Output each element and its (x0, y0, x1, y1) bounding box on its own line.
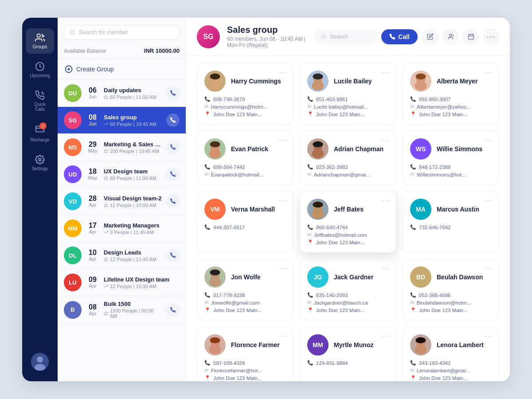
svg-point-11 (70, 30, 74, 34)
card-menu-jon[interactable]: ··· (279, 265, 288, 273)
group-call-btn-ms[interactable] (166, 141, 180, 154)
card-menu-marcus[interactable]: ··· (485, 197, 493, 205)
contacts-grid: ··· Harry Cummings 📞608-748-3679✉Harrycu… (186, 56, 510, 381)
contact-name-lenora: Lenora Lambert (437, 341, 484, 348)
contact-avatar-jack: JG (307, 266, 329, 288)
svg-point-7 (39, 158, 41, 161)
sidebar-item-groups[interactable]: Groups (26, 28, 54, 54)
svg-point-60 (415, 337, 426, 343)
add-member-button[interactable] (442, 29, 458, 45)
card-menu-lucile[interactable]: ··· (382, 69, 391, 77)
contact-details-willie: 📞848-172-2388✉Williesimmons@hot... (410, 164, 492, 177)
calendar-button[interactable] (463, 29, 479, 45)
card-menu-beulah[interactable]: ··· (485, 265, 493, 273)
card-menu-harry[interactable]: ··· (279, 69, 288, 77)
card-menu-adrian[interactable]: ··· (382, 137, 391, 145)
group-item-du[interactable]: DU 06 Jun Daily updates 60 People | 11:0… (58, 80, 186, 107)
group-call-btn-sg[interactable] (166, 113, 180, 127)
group-item-ud[interactable]: UD 18 May UX Design team 60 People | 11:… (58, 161, 186, 188)
contact-card-adrian: ··· Adrian Chapman 📞023-362-3983✉Adrianc… (300, 131, 396, 185)
card-menu-florence[interactable]: ··· (279, 332, 288, 340)
more-options-button[interactable]: ··· (483, 29, 499, 45)
contact-details-harry: 📞608-748-3679✉Harrycummings@hotm...📍John… (204, 96, 286, 117)
group-info-dl: Design Leads 12 People | 11:45 AM (104, 249, 162, 262)
contact-details-lucile: 📞851-463-9861✉Lucile bailey@hotmail...📍J… (307, 96, 389, 117)
contact-avatar-verna: VM (204, 199, 226, 220)
sidebar-item-recharge[interactable]: 2 Recharge (26, 120, 54, 147)
svg-point-51 (209, 277, 221, 286)
group-info-ud: UX Design team 60 People | 11:00 AM (104, 168, 162, 181)
group-item-lu[interactable]: LU 09 Apr Lifeline UX Design team 12 Peo… (58, 269, 186, 296)
card-menu-alberta[interactable]: ··· (485, 69, 493, 77)
sidebar-item-quick-calls[interactable]: Quick Calls (26, 86, 54, 116)
groups-search-area (58, 18, 186, 43)
svg-point-47 (312, 209, 324, 219)
svg-point-32 (313, 74, 323, 79)
card-menu-jeff[interactable]: ··· (382, 197, 391, 205)
card-menu-willie[interactable]: ··· (485, 137, 493, 145)
svg-point-59 (415, 345, 427, 354)
member-search-input[interactable] (79, 29, 174, 35)
group-call-btn-b[interactable] (166, 303, 180, 317)
contact-details-verna: 📞444-307-6517 (204, 224, 286, 230)
group-date-sg: 08 Jun (86, 114, 99, 126)
card-menu-verna[interactable]: ··· (279, 197, 288, 205)
contact-details-myrtle: 📞129-831-9884 (307, 360, 389, 366)
svg-point-35 (415, 81, 427, 90)
sidebar-item-upcoming[interactable]: Upcoming (26, 57, 54, 82)
header-group-avatar: SG (197, 25, 220, 48)
card-menu-myrtle[interactable]: ··· (382, 332, 391, 340)
group-item-sg[interactable]: SG 08 Jun Sales group 60 People | 10:45 … (58, 107, 186, 134)
recharge-badge: 2 (39, 122, 47, 129)
create-group-button[interactable]: Create Group (58, 59, 186, 80)
header-search-input[interactable] (330, 33, 370, 40)
edit-icon (427, 33, 434, 40)
svg-point-16 (322, 35, 325, 38)
contact-details-evan: 📞699-564-7442✉Evanpatrick@hotmail... (204, 164, 286, 177)
contact-avatar-evan (204, 138, 226, 160)
recharge-badge-wrap: 2 (35, 124, 45, 136)
contact-details-florence: 📞587-109-4328✉Florencefarmer@hot...📍John… (204, 360, 286, 381)
balance-row: Available Balance INR 10000.00 (58, 43, 186, 59)
svg-point-39 (209, 149, 221, 158)
group-avatar-b: B (64, 301, 82, 319)
svg-point-43 (312, 149, 324, 158)
header-title: Sales group (227, 25, 308, 35)
group-call-btn-ud[interactable] (166, 168, 180, 181)
group-item-ms[interactable]: MS 29 May Marketing & Sales group 200 Pe… (58, 134, 186, 161)
card-menu-lenora[interactable]: ··· (485, 332, 493, 340)
edit-button[interactable] (422, 29, 438, 45)
sidebar-item-recharge-label: Recharge (30, 137, 49, 142)
user-avatar[interactable] (31, 353, 49, 371)
header-search-field[interactable] (315, 30, 377, 43)
group-info-ms: Marketing & Sales group 200 People | 10:… (104, 141, 162, 154)
svg-point-55 (209, 345, 221, 354)
contact-name-lucile: Lucile Bailey (334, 78, 372, 85)
group-call-btn-vd[interactable] (166, 195, 180, 208)
call-button[interactable]: Call (381, 29, 418, 44)
contact-card-alberta: ··· Alberta Meyer 📞992-860-3007✉Albertam… (403, 63, 499, 125)
group-call-btn-dl[interactable] (166, 249, 180, 262)
group-item-mm[interactable]: MM 17 Apr Marketing Managers 3 People | … (58, 215, 186, 242)
main-header: SG Sales group 60 members, Jun 08 - 10:4… (186, 18, 510, 56)
group-date-lu: 09 Apr (86, 276, 99, 289)
contact-card-myrtle: ··· MM Myrtle Munoz 📞129-831-9884 (300, 327, 396, 381)
group-item-dl[interactable]: DL 10 Apr Design Leads 12 People | 11:45… (58, 242, 186, 269)
contact-name-jeff: Jeff Bates (334, 206, 364, 213)
group-item-b[interactable]: B 08 Apr Bulk 1500 1500 People | 09:00 A… (58, 296, 186, 324)
group-avatar-lu: LU (64, 274, 82, 291)
group-call-btn-du[interactable] (166, 86, 180, 100)
sidebar-item-settings[interactable]: Settings (26, 150, 54, 176)
sidebar-item-settings-label: Settings (32, 166, 48, 171)
sidebar-item-upcoming-label: Upcoming (30, 73, 50, 78)
card-menu-evan[interactable]: ··· (279, 137, 288, 145)
contact-details-jeff: 📞860-640-4744✉Jeffbates@hotmail.com📍John… (307, 224, 389, 245)
contact-avatar-willie: WS (410, 138, 431, 160)
group-item-vd[interactable]: VD 28 Apr Visual Design team-2 12 People… (58, 188, 186, 215)
card-menu-jack[interactable]: ··· (382, 265, 391, 273)
contact-card-harry: ··· Harry Cummings 📞608-748-3679✉Harrycu… (197, 63, 293, 125)
group-info-mm: Marketing Managers 3 People | 11:45 AM (104, 222, 180, 235)
member-search-box[interactable] (64, 25, 180, 39)
contact-name-jon: Jon Wolfe (231, 274, 261, 281)
contact-avatar-jon (204, 266, 226, 288)
